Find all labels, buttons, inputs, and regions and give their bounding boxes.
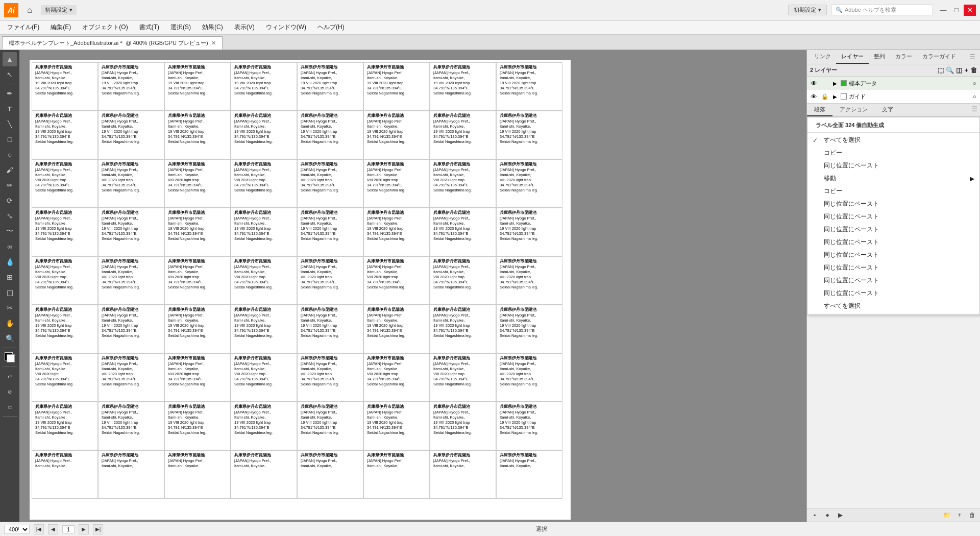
mesh-tool[interactable]: ⊞	[3, 270, 17, 284]
ctx-paste-in-place-8[interactable]: 同じ位置にペースト	[807, 274, 979, 287]
pen-tool[interactable]: ✒	[3, 86, 17, 101]
ctx-paste-in-place-5[interactable]: 同じ位置にペースト	[807, 236, 979, 249]
first-page-btn[interactable]: |◀	[34, 524, 44, 534]
subtab-action[interactable]: アクション	[832, 104, 875, 116]
page-number-input[interactable]	[62, 525, 75, 533]
layers-options-icon[interactable]: ◫	[956, 66, 962, 74]
workspace-switcher[interactable]: 初期設定 ▾	[41, 5, 77, 15]
layer-expand-icon[interactable]: ▶	[831, 94, 839, 100]
canvas-area[interactable]: 兵庫県伊丹市昆陽池[JAPAN] Hyogo Pref.,Itami-shi, …	[19, 50, 806, 522]
tab-layer[interactable]: レイヤー	[836, 50, 869, 64]
menu-type[interactable]: 書式(T)	[134, 22, 164, 33]
layer-circle-btn[interactable]: ●	[822, 510, 833, 520]
hand-tool[interactable]: ✋	[3, 316, 17, 330]
document-tab[interactable]: 標本ラベルテンプレート_AdobeIllustrator.ai＊ @ 400% …	[2, 36, 223, 50]
ctx-select-all-2[interactable]: すべてを選択	[807, 300, 979, 312]
sub-tabs: 段落 アクション 文字 ☰	[807, 104, 980, 117]
menu-object[interactable]: オブジェクト(O)	[77, 22, 133, 33]
layers-search-icon[interactable]: 🔍	[946, 66, 954, 74]
ctx-paste-in-place-4[interactable]: 同じ位置にペースト	[807, 223, 979, 236]
ctx-paste-in-place-9[interactable]: 同じ位置にペースト	[807, 287, 979, 300]
layer-row-specimen[interactable]: 👁 ▶ 標本データ ○	[807, 77, 980, 90]
tab-color-guide[interactable]: カラーガイド	[917, 50, 961, 64]
next-page-btn[interactable]: ▶	[79, 524, 89, 534]
layers-add-icon[interactable]: +	[964, 66, 968, 74]
zoom-tool[interactable]: 🔍	[3, 331, 17, 346]
more-tools-icon[interactable]: ⋯	[3, 419, 17, 433]
tab-color[interactable]: カラー	[890, 50, 917, 64]
ctx-paste-in-place-2[interactable]: 同じ位置にペースト	[807, 198, 979, 210]
ctx-copy-1[interactable]: コピー	[807, 147, 979, 159]
layer-row-guide[interactable]: 👁 🔒 ▶ ガイド ○	[807, 90, 980, 103]
layer-play-btn[interactable]: ▶	[835, 510, 846, 520]
ellipse-tool[interactable]: ○	[3, 148, 17, 162]
subtab-paragraph[interactable]: 段落	[807, 104, 832, 116]
menu-file[interactable]: ファイル(F)	[2, 22, 44, 33]
tab-link[interactable]: リンク	[809, 50, 836, 64]
gradient-tool[interactable]: ◫	[3, 285, 17, 300]
line-tool[interactable]: ╲	[3, 117, 17, 131]
layer-target-icon[interactable]: ○	[971, 80, 978, 86]
menu-effect[interactable]: 効果(C)	[197, 22, 228, 33]
panel-menu-icon[interactable]: ☰	[967, 52, 978, 63]
ctx-copy-2[interactable]: コピー	[807, 185, 979, 198]
paint-brush-tool[interactable]: 🖌	[3, 163, 17, 177]
label-cell: 兵庫県伊丹市昆陽池[JAPAN] Hyogo Pref.,Itami-shi, …	[164, 208, 231, 256]
layers-new-icon[interactable]: ⬚	[938, 66, 944, 74]
scale-tool[interactable]: ⤡	[3, 209, 17, 223]
ctx-paste-in-place-3[interactable]: 同じ位置にペースト	[807, 210, 979, 223]
layer-folder-btn[interactable]: 📁	[941, 510, 952, 520]
swap-colors-icon[interactable]: ⇄	[3, 369, 17, 383]
eyedropper-tool[interactable]: 💧	[3, 255, 17, 269]
screen-mode-icon[interactable]: ▭	[3, 400, 17, 414]
blend-tool[interactable]: ∞	[3, 239, 17, 254]
ctx-paste-in-place-6[interactable]: 同じ位置にペースト	[807, 249, 979, 261]
color-box[interactable]	[3, 350, 17, 364]
direct-select-tool[interactable]: ↖	[3, 67, 17, 82]
fill-none-icon[interactable]: ⊘	[3, 384, 17, 399]
layers-delete-icon[interactable]: 🗑	[970, 66, 977, 74]
layer-trash-btn[interactable]: 🗑	[967, 510, 978, 520]
context-menu-header: ラベル全面 324 個自動生成	[807, 119, 979, 131]
pencil-tool[interactable]: ✏	[3, 178, 17, 192]
zoom-control[interactable]: 400% 300% 200% 100%	[4, 525, 30, 534]
scissors-tool[interactable]: ✂	[3, 301, 17, 315]
select-tool[interactable]: ▲	[3, 52, 17, 66]
tab-align[interactable]: 整列	[869, 50, 890, 64]
ctx-paste-in-place-7[interactable]: 同じ位置にペースト	[807, 261, 979, 274]
menu-edit[interactable]: 編集(E)	[45, 22, 76, 33]
ctx-select-all[interactable]: ✓ すべてを選択	[807, 134, 979, 147]
label-cell: 兵庫県伊丹市昆陽池[JAPAN] Hyogo Pref.,Itami-shi, …	[363, 450, 430, 499]
prev-page-btn[interactable]: ◀	[48, 524, 58, 534]
warp-tool[interactable]: 〜	[3, 224, 17, 238]
layer-add-btn[interactable]: +	[954, 510, 965, 520]
layer-visibility-icon[interactable]: 👁	[809, 80, 818, 87]
maximize-button[interactable]: □	[950, 5, 963, 16]
ctx-move[interactable]: 移動 ▶	[807, 172, 979, 185]
background-color[interactable]	[7, 354, 15, 362]
home-icon[interactable]: ⌂	[22, 3, 37, 17]
layer-expand-icon[interactable]: ▶	[831, 81, 839, 86]
close-button[interactable]: ✕	[964, 5, 976, 16]
tab-close-button[interactable]: ✕	[211, 40, 216, 46]
rect-tool[interactable]: □	[3, 132, 17, 147]
menu-view[interactable]: 表示(V)	[229, 22, 260, 33]
ctx-paste-in-place-1[interactable]: 同じ位置にペースト	[807, 159, 979, 172]
layer-hide-others-btn[interactable]: ▪	[809, 510, 820, 520]
rotate-tool[interactable]: ⟳	[3, 193, 17, 208]
subtab-character[interactable]: 文字	[875, 104, 900, 116]
menu-help[interactable]: ヘルプ(H)	[312, 22, 350, 33]
type-tool[interactable]: T	[3, 102, 17, 116]
layer-target-icon[interactable]: ○	[971, 93, 978, 100]
last-page-btn[interactable]: ▶|	[93, 524, 103, 534]
subtab-menu-icon[interactable]: ☰	[969, 104, 980, 115]
menu-window[interactable]: ウィンドウ(W)	[261, 22, 311, 33]
preset-selector[interactable]: 初期設定 ▾	[788, 5, 827, 15]
layer-visibility-icon[interactable]: 👁	[809, 93, 818, 101]
menu-select[interactable]: 選択(S)	[165, 22, 196, 33]
zoom-select[interactable]: 400% 300% 200% 100%	[4, 525, 30, 534]
layer-lock-icon[interactable]: 🔒	[820, 93, 829, 100]
label-cell: 兵庫県伊丹市昆陽池[JAPAN] Hyogo Pref.,Itami-shi, …	[430, 450, 496, 499]
minimize-button[interactable]: —	[937, 5, 949, 16]
help-search-box[interactable]: 🔍 Adobe ヘルプを検索	[831, 5, 933, 15]
